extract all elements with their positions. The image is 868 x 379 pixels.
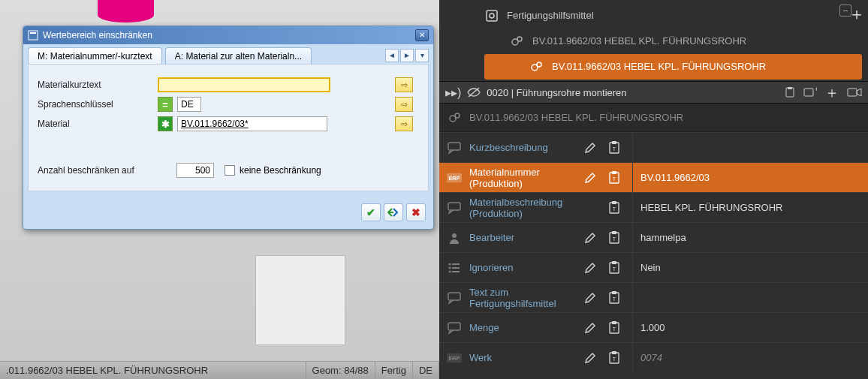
svg-text:T: T <box>613 176 616 182</box>
paste-icon[interactable]: T <box>608 171 625 185</box>
property-value: 1.000 <box>633 313 868 342</box>
paste-icon[interactable]: T <box>608 201 625 215</box>
edit-icon[interactable] <box>584 232 601 244</box>
svg-text:T: T <box>613 206 616 212</box>
property-row[interactable]: ERPMaterialnummer(Produktion)TBV.011.966… <box>439 162 868 192</box>
collapse-icon[interactable]: – <box>839 5 851 17</box>
no-limit-label: keine Beschränkung <box>240 165 321 176</box>
svg-rect-36 <box>452 267 460 269</box>
svg-point-29 <box>452 233 457 238</box>
property-label: Materialnummer(Produktion) <box>469 167 577 189</box>
selected-item-title: BV.011.9662/03 HEBEL KPL. FÜHRUNGSROHR <box>469 112 683 123</box>
cad-object-cylinder <box>98 0 154 23</box>
chat-icon <box>447 290 462 305</box>
tree-node-item-1[interactable]: BV.011.9662/03 HEBEL KPL. FÜHRUNGSROHR <box>484 29 862 54</box>
property-row[interactable]: ERPWerkT0074 <box>439 342 868 372</box>
erp-icon: ERP <box>447 170 462 185</box>
tab-scroll-left-icon[interactable]: ◄ <box>385 49 399 62</box>
paste-icon[interactable]: T <box>608 351 625 365</box>
edit-icon[interactable] <box>584 322 601 334</box>
play-icon[interactable]: ▸▸) <box>445 86 461 100</box>
svg-rect-18 <box>612 141 616 144</box>
tab-list-icon[interactable]: ▾ <box>415 49 429 62</box>
cad-background-box <box>255 255 345 345</box>
dialog-footer: ✔ ✖ <box>23 199 433 229</box>
property-label: Werk <box>469 352 577 363</box>
limit-input[interactable] <box>176 163 214 178</box>
status-lang: DE <box>413 362 439 379</box>
confirm-button[interactable]: ✔ <box>361 203 381 221</box>
paste-icon[interactable]: T <box>608 231 625 245</box>
tab-material-number[interactable]: M: Materialnummer/-kurztext <box>28 47 162 64</box>
visibility-off-icon[interactable] <box>467 86 481 98</box>
svg-rect-2 <box>487 11 497 21</box>
label-material: Material <box>38 119 158 129</box>
operation-step-bar: ▸▸) 0020 | Führungsrohre montieren + ＋ <box>439 81 868 104</box>
property-label: Menge <box>469 322 577 333</box>
paste-icon[interactable]: T <box>608 321 625 335</box>
svg-rect-44 <box>612 291 616 294</box>
clipboard-icon[interactable] <box>784 86 796 98</box>
svg-rect-42 <box>448 293 460 300</box>
edit-icon[interactable] <box>584 292 601 304</box>
erp-icon: ERP <box>447 350 462 365</box>
tab-scroll-tools: ◄ ► ▾ <box>385 49 429 62</box>
sap-area: Wertebereich einschränken ✕ M: Materialn… <box>0 0 439 379</box>
sprache-input[interactable] <box>177 97 201 112</box>
property-row[interactable]: Text zumFertigungshilfsmittelT <box>439 282 868 312</box>
edit-icon[interactable] <box>584 142 601 154</box>
svg-rect-38 <box>452 271 460 272</box>
operator-equals-icon[interactable]: = <box>158 97 173 112</box>
status-geom: Geom: 84/88 <box>306 362 375 379</box>
label-sprachenschluessel: Sprachenschlüssel <box>38 99 158 110</box>
no-limit-checkbox[interactable] <box>225 165 235 176</box>
app-root: Wertebereich einschränken ✕ M: Materialn… <box>0 0 868 379</box>
plus-icon[interactable]: ＋ <box>824 83 839 103</box>
svg-text:T: T <box>613 356 616 362</box>
property-row[interactable]: IgnorierenTNein <box>439 252 868 282</box>
cancel-button[interactable]: ✖ <box>406 203 426 221</box>
paste-icon[interactable]: T <box>608 291 625 305</box>
tree-node-root[interactable]: Fertigungshilfsmittel – <box>484 3 862 29</box>
svg-point-3 <box>490 14 494 18</box>
property-row[interactable]: Materialbeschreibung(Produktion)THEBEL K… <box>439 192 868 222</box>
camera-add-icon[interactable]: + <box>803 87 817 98</box>
svg-text:T: T <box>613 326 616 332</box>
edit-icon[interactable] <box>584 352 601 364</box>
paste-icon[interactable]: T <box>608 261 625 275</box>
close-icon[interactable]: ✕ <box>415 29 429 41</box>
dialog-titlebar[interactable]: Wertebereich einschränken ✕ <box>23 26 433 44</box>
chat-icon <box>447 320 462 335</box>
sap-status-bar: .011.9662/03 HEBEL KPL. FÜHRUNGSROHR Geo… <box>0 361 439 379</box>
chat-icon <box>447 140 462 155</box>
property-row[interactable]: MengeT1.000 <box>439 312 868 342</box>
material-input[interactable] <box>177 116 327 131</box>
multi-select-arrow-2[interactable]: ⇨ <box>395 97 413 112</box>
paste-icon[interactable]: T <box>608 141 625 155</box>
extended-search-button[interactable] <box>384 203 403 221</box>
property-label: Kurzbeschreibung <box>469 142 577 153</box>
property-value: 0074 <box>633 343 868 372</box>
properties-panel: ＋ Fertigungshilfsmittel – BV.011.9662/03… <box>439 0 868 379</box>
tree-node-item-2[interactable]: BV.011.9662/03 HEBEL KPL. FÜHRUNGSROHR <box>484 54 862 80</box>
operator-pattern-icon[interactable]: ✱ <box>158 116 173 131</box>
tab-scroll-right-icon[interactable]: ► <box>400 49 414 62</box>
edit-icon[interactable] <box>584 262 601 274</box>
multi-select-arrow-3[interactable]: ⇨ <box>395 116 413 131</box>
tree-label-root: Fertigungshilfsmittel <box>507 10 594 21</box>
svg-rect-48 <box>612 321 616 324</box>
property-row[interactable]: KurzbeschreibungT <box>439 132 868 162</box>
svg-text:T: T <box>613 266 616 272</box>
svg-text:T: T <box>613 146 616 152</box>
step-text: 0020 | Führungsrohre montieren <box>487 87 626 98</box>
edit-icon[interactable] <box>584 172 601 184</box>
multi-select-arrow-1[interactable]: ⇨ <box>395 77 413 92</box>
svg-rect-0 <box>29 31 38 40</box>
property-row[interactable]: BearbeiterThammelpa <box>439 222 868 252</box>
materialkurztext-input[interactable] <box>158 77 330 92</box>
svg-point-5 <box>517 37 522 41</box>
svg-point-35 <box>449 266 451 269</box>
video-icon[interactable] <box>847 87 862 98</box>
tab-old-material[interactable]: A: Material zur alten Materialn... <box>165 47 312 64</box>
svg-text:ERP: ERP <box>449 174 460 181</box>
